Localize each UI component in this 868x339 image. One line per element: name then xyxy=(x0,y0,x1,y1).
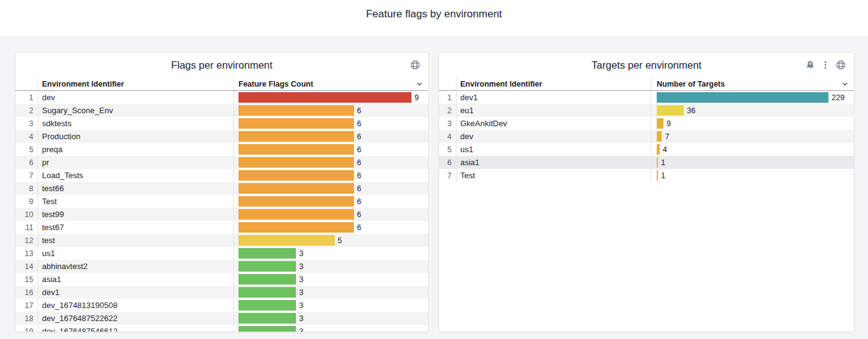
row-index: 12 xyxy=(15,234,38,247)
table-row: 9Test6 xyxy=(15,195,428,208)
value-bar xyxy=(238,183,354,194)
table-row: 19dev_16764875466123 xyxy=(15,325,428,332)
value-label: 6 xyxy=(357,223,361,232)
bar-gauge-cell: 1 xyxy=(651,169,854,182)
value-label: 3 xyxy=(299,275,303,284)
value-bar xyxy=(238,300,296,311)
value-label: 3 xyxy=(299,249,303,258)
table-row: 18dev_16764875226223 xyxy=(15,312,428,325)
kebab-menu-icon[interactable] xyxy=(824,60,827,70)
panel-header: Targets per environment xyxy=(439,53,854,77)
value-bar xyxy=(238,196,354,207)
panel-targets-per-environment: Targets per environment xyxy=(439,52,854,332)
table-row: 6pr6 xyxy=(15,156,428,169)
column-header-feature-flags-count[interactable]: Feature Flags Count xyxy=(234,77,428,90)
table-row: 10test996 xyxy=(15,208,428,221)
environment-name: Test xyxy=(457,169,651,182)
table-row: 16dev13 xyxy=(15,286,428,299)
environment-name: dev1 xyxy=(457,91,651,104)
table-scroll-area[interactable]: 1dev92Sugary_Scone_Env63sdktests64Produc… xyxy=(15,91,428,332)
row-index: 3 xyxy=(15,117,38,130)
globe-icon[interactable] xyxy=(410,60,420,70)
environment-name: test xyxy=(38,234,234,247)
value-label: 6 xyxy=(357,119,361,128)
table-header: Environment Identifier Feature Flags Cou… xyxy=(15,77,428,91)
row-index: 5 xyxy=(15,143,38,156)
table-row: 2Sugary_Scone_Env6 xyxy=(15,104,428,117)
environment-name: test66 xyxy=(38,182,234,195)
column-header-number-of-targets[interactable]: Number of Targets xyxy=(651,77,854,90)
value-bar xyxy=(238,274,296,285)
bar-gauge-cell: 36 xyxy=(651,104,854,117)
table-row: 3sdktests6 xyxy=(15,117,428,130)
bar-gauge-cell: 3 xyxy=(234,286,428,299)
table-row: 7Load_Tests6 xyxy=(15,169,428,182)
column-header-environment-identifier[interactable]: Environment Identifier xyxy=(457,77,651,90)
environment-name: dev xyxy=(457,130,651,143)
environment-name: Test xyxy=(38,195,234,208)
bar-gauge-cell: 1 xyxy=(651,156,854,169)
environment-name: dev_1676487546612 xyxy=(38,325,234,332)
bar-gauge-cell: 3 xyxy=(234,312,428,325)
panel-title[interactable]: Flags per environment xyxy=(171,59,272,71)
row-index: 2 xyxy=(439,104,457,117)
value-bar xyxy=(238,235,335,246)
bar-gauge-cell: 4 xyxy=(651,143,854,156)
row-index: 18 xyxy=(15,312,38,325)
value-label: 3 xyxy=(299,301,303,310)
panel-header: Flags per environment xyxy=(15,53,428,77)
table-row: 1dev9 xyxy=(15,91,428,104)
value-bar xyxy=(238,105,354,116)
column-header-environment-identifier[interactable]: Environment Identifier xyxy=(38,77,234,90)
environment-name: dev xyxy=(38,91,234,104)
environment-name: eu1 xyxy=(457,104,651,117)
row-index: 1 xyxy=(439,91,457,104)
value-label: 1 xyxy=(661,171,665,180)
value-label: 6 xyxy=(357,158,361,167)
value-label: 9 xyxy=(415,93,419,102)
table-row: 6asia11 xyxy=(439,156,854,169)
table-scroll-area[interactable]: 1dev12292eu1363GkeAnkitDev94dev75us146as… xyxy=(439,91,854,182)
row-index: 17 xyxy=(15,299,38,312)
value-label: 5 xyxy=(338,236,342,245)
chevron-down-icon[interactable] xyxy=(416,80,423,88)
value-bar xyxy=(657,92,828,103)
row-index: 6 xyxy=(439,156,457,169)
value-bar xyxy=(657,170,658,181)
value-bar xyxy=(238,287,296,298)
value-bar xyxy=(657,131,662,142)
value-label: 3 xyxy=(299,262,303,271)
value-bar xyxy=(238,222,354,233)
value-bar xyxy=(657,118,664,129)
value-label: 3 xyxy=(299,327,303,333)
value-bar xyxy=(238,92,411,103)
row-index: 5 xyxy=(439,143,457,156)
panel-title[interactable]: Targets per environment xyxy=(592,59,702,71)
value-bar xyxy=(657,144,660,155)
value-label: 6 xyxy=(357,171,361,180)
row-index: 1 xyxy=(15,91,38,104)
table-row: 8test666 xyxy=(15,182,428,195)
chevron-down-icon[interactable] xyxy=(841,80,849,88)
table-row: 17dev_16748131905083 xyxy=(15,299,428,312)
value-bar xyxy=(238,131,354,142)
bar-gauge-cell: 3 xyxy=(234,299,428,312)
bar-gauge-cell: 3 xyxy=(234,247,428,260)
table-row: 13us13 xyxy=(15,247,428,260)
row-index: 3 xyxy=(439,117,457,130)
environment-name: sdktests xyxy=(38,117,234,130)
bell-plus-icon[interactable] xyxy=(806,60,815,70)
table-row: 15asia13 xyxy=(15,273,428,286)
table-row: 5preqa6 xyxy=(15,143,428,156)
globe-icon[interactable] xyxy=(836,60,846,70)
value-label: 4 xyxy=(663,145,667,154)
row-number-column-header xyxy=(15,77,38,90)
table-row: 12test5 xyxy=(15,234,428,247)
value-label: 36 xyxy=(687,106,696,115)
row-index: 7 xyxy=(15,169,38,182)
environment-name: Sugary_Scone_Env xyxy=(38,104,234,117)
row-index: 7 xyxy=(439,169,457,182)
bar-gauge-cell: 3 xyxy=(234,260,428,273)
bar-gauge-cell: 6 xyxy=(234,156,428,169)
value-label: 6 xyxy=(357,145,361,154)
